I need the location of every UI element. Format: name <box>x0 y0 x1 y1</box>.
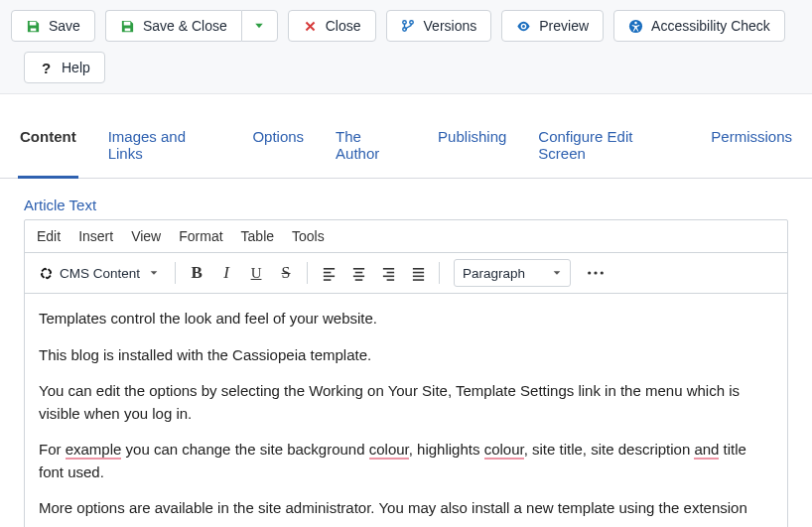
editor-menu-tools[interactable]: Tools <box>292 228 325 244</box>
versions-label: Versions <box>424 18 477 34</box>
align-left-button[interactable] <box>314 258 343 288</box>
tab-author[interactable]: The Author <box>334 116 408 179</box>
tab-options[interactable]: Options <box>250 116 306 179</box>
editor-menu-table[interactable]: Table <box>241 228 274 244</box>
tab-content[interactable]: Content <box>18 116 78 179</box>
tab-permissions[interactable]: Permissions <box>709 116 794 179</box>
save-close-button[interactable]: Save & Close <box>105 10 241 42</box>
svg-point-22 <box>594 271 597 274</box>
editor-menu-insert[interactable]: Insert <box>78 228 113 244</box>
save-icon <box>120 19 135 34</box>
editor-menu-view[interactable]: View <box>131 228 161 244</box>
underline-button[interactable]: U <box>241 258 271 288</box>
save-icon <box>26 19 41 34</box>
italic-button[interactable]: I <box>211 258 241 288</box>
editor-menu-format[interactable]: Format <box>179 228 222 244</box>
help-icon: ? <box>39 61 54 75</box>
svg-point-23 <box>601 271 604 274</box>
editor-shell: EditInsertViewFormatTableTools CMS Conte… <box>24 219 788 527</box>
eye-icon <box>516 19 531 34</box>
align-right-button[interactable] <box>373 258 403 288</box>
separator <box>175 262 176 284</box>
tab-publishing[interactable]: Publishing <box>436 116 508 179</box>
separator <box>439 262 440 284</box>
paragraph: You can edit the options by selecting th… <box>39 380 773 425</box>
save-close-group: Save & Close <box>105 10 278 42</box>
accessibility-label: Accessibility Check <box>651 18 770 34</box>
preview-label: Preview <box>539 18 589 34</box>
save-button[interactable]: Save <box>11 10 95 42</box>
save-close-dropdown-button[interactable] <box>241 10 278 42</box>
versions-button[interactable]: Versions <box>386 10 492 42</box>
paragraph: This blog is installed with the Cassiope… <box>39 344 773 367</box>
bold-button[interactable]: B <box>182 258 211 288</box>
cms-content-button[interactable]: CMS Content <box>31 258 169 288</box>
tab-configure[interactable]: Configure Edit Screen <box>536 116 681 179</box>
tab-images[interactable]: Images and Links <box>106 116 223 179</box>
block-format-value: Paragraph <box>463 266 525 281</box>
close-button[interactable]: Close <box>288 10 376 42</box>
strikethrough-button[interactable]: S <box>271 258 301 288</box>
save-close-label: Save & Close <box>143 18 227 34</box>
chevron-down-icon <box>552 268 562 278</box>
block-format-select[interactable]: Paragraph <box>454 259 571 287</box>
accessibility-icon <box>628 19 643 34</box>
editor-menu-edit[interactable]: Edit <box>37 228 61 244</box>
help-button[interactable]: ? Help <box>24 52 105 83</box>
editor-format-toolbar: CMS Content B I U S <box>25 253 787 294</box>
svg-point-4 <box>634 21 636 23</box>
editor-content[interactable]: Templates control the look and feel of y… <box>25 294 787 527</box>
preview-button[interactable]: Preview <box>501 10 604 42</box>
save-label: Save <box>49 18 80 34</box>
chevron-down-icon <box>146 266 161 281</box>
branch-icon <box>401 19 416 34</box>
paragraph: For example you can change the site back… <box>39 439 773 483</box>
edit-tabs: ContentImages and LinksOptionsThe Author… <box>0 116 812 179</box>
separator <box>307 262 308 284</box>
accessibility-button[interactable]: Accessibility Check <box>613 10 785 42</box>
chevron-down-icon <box>252 19 267 34</box>
close-label: Close <box>326 18 361 34</box>
paragraph: More options are available in the site a… <box>39 497 773 527</box>
more-toolbar-button[interactable] <box>581 258 610 288</box>
cms-content-label: CMS Content <box>60 266 140 281</box>
editor-menubar: EditInsertViewFormatTableTools <box>25 220 787 253</box>
joomla-icon <box>39 266 54 281</box>
align-center-button[interactable] <box>343 258 373 288</box>
action-toolbar: Save Save & Close Close <box>0 0 812 94</box>
svg-point-21 <box>588 271 591 274</box>
paragraph: Templates control the look and feel of y… <box>39 308 773 330</box>
align-justify-button[interactable] <box>403 258 433 288</box>
article-text-label: Article Text <box>24 197 788 213</box>
close-icon <box>303 19 318 34</box>
help-label: Help <box>62 60 90 75</box>
